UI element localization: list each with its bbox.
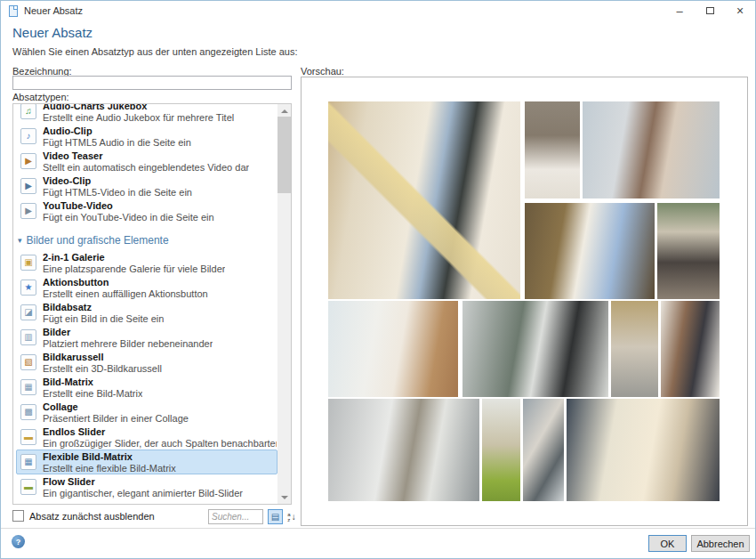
endlos-slider-icon: ▬ (20, 429, 36, 445)
section-label: Bilder und grafische Elemente (27, 234, 169, 247)
page-subtitle: Wählen Sie einen Absatztyp aus der unten… (12, 46, 297, 57)
list-item-title: 2-in-1 Galerie (43, 252, 225, 263)
page-title: Neuer Absatz (12, 25, 92, 40)
sort-arrow-icon: ↓ (292, 512, 296, 522)
list-item-desc: Fügt ein YouTube-Video in die Seite ein (43, 212, 214, 223)
vorschau-label: Vorschau: (301, 66, 344, 77)
cancel-button[interactable]: Abbrechen (691, 535, 750, 552)
list-item-title: Endlos Slider (43, 426, 277, 438)
window-title: Neuer Absatz (24, 5, 83, 16)
absatztypen-label: Absatztypen: (12, 92, 69, 102)
list-item-title: Bildkarussell (43, 352, 162, 363)
photo-man-seated-sofa (657, 203, 720, 299)
list-item-title: Bild-Matrix (43, 377, 142, 388)
bild-matrix-icon: ▦ (20, 379, 36, 395)
photo-fist-bump-desk (567, 399, 720, 501)
list-item-video-clip[interactable]: ▶ Video-ClipFügt HTML5-Video in die Seit… (16, 174, 277, 198)
list-item-title: Bildabsatz (43, 302, 164, 313)
help-icon: ? (16, 538, 21, 547)
list-item-2in1-galerie[interactable]: ▣ 2-in-1 GalerieEine platzsparende Galer… (16, 250, 277, 275)
dialog-window: Neuer Absatz – × Neuer Absatz Wählen Sie… (0, 0, 756, 559)
hide-paragraph-checkbox[interactable] (12, 510, 24, 522)
maximize-icon (706, 7, 714, 14)
list-item-desc: Ein großzügiger Slider, der auch Spalten… (43, 438, 277, 449)
list-item-desc: Fügt ein Bild in die Seite ein (43, 313, 164, 324)
list-item-bilder[interactable]: ▥ BilderPlatziert mehrere Bilder nebenei… (16, 325, 277, 350)
maximize-button[interactable] (695, 1, 725, 20)
list-item-audio-clip[interactable]: ♪ Audio-ClipFügt HTML5 Audio in die Seit… (16, 124, 277, 149)
list-item-title: Flow Slider (43, 476, 243, 488)
section-header-bilder[interactable]: ▾ Bilder und grafische Elemente (16, 231, 277, 250)
scrollbar-thumb[interactable] (277, 117, 291, 193)
ok-button[interactable]: OK (648, 535, 687, 552)
close-icon: × (736, 4, 744, 18)
list-item-desc: Platziert mehrere Bilder nebeneinander (43, 338, 213, 349)
list-item-desc: Präsentiert Bilder in einer Collage (43, 413, 189, 424)
bildabsatz-icon: ◪ (20, 304, 36, 320)
image-matrix-preview (328, 101, 720, 501)
sort-button[interactable]: az ↓ (286, 509, 298, 524)
list-item-title: Audio-Clip (43, 126, 191, 137)
list-item-title: YouTube-Video (43, 200, 214, 212)
list-item-bildabsatz[interactable]: ◪ BildabsatzFügt ein Bild in die Seite e… (16, 300, 277, 325)
list-item-desc: Erstellt eine Bild-Matrix (43, 388, 142, 399)
list-item-desc: Stellt ein automatisch eingeblendetes Vi… (43, 162, 249, 173)
photo-woman-standing (611, 301, 658, 397)
list-item-title: Video-Clip (43, 175, 192, 187)
list-item-flexible-bild-matrix-selected[interactable]: ▦ Flexible Bild-MatrixErstellt eine flex… (16, 450, 277, 474)
search-input[interactable] (208, 509, 263, 524)
video-teaser-icon: ▶ (20, 153, 36, 169)
footer-divider (1, 528, 755, 529)
minimize-icon: – (676, 4, 682, 18)
list-item-title: Bilder (43, 327, 213, 338)
photo-woman-arms-crossed (525, 101, 580, 198)
audio-clip-icon: ♪ (20, 128, 36, 144)
list-item-desc: Erstellt eine flexible Bild-Matrix (43, 463, 176, 474)
list-item-collage[interactable]: ▩ CollagePräsentiert Bilder in einer Col… (16, 400, 277, 425)
scroll-down-icon[interactable] (277, 490, 291, 504)
photo-woman-green-chair (482, 399, 520, 501)
hide-paragraph-label: Absatz zunächst ausblenden (29, 511, 155, 522)
photo-couple-tablet-office (525, 203, 655, 299)
youtube-video-icon: ▶ (20, 203, 36, 219)
list-item-desc: Eine platzsparende Galerie für viele Bil… (43, 263, 225, 274)
list-item-audio-charts-jukebox[interactable]: ♫ Audio-Charts JukeboxErstellt eine Audi… (16, 104, 277, 124)
list-item-youtube-video[interactable]: ▶ YouTube-VideoFügt ein YouTube-Video in… (16, 198, 277, 223)
scroll-up-icon[interactable] (277, 104, 291, 117)
collage-icon: ▩ (20, 404, 36, 420)
galerie-icon: ▣ (20, 255, 36, 271)
list-item-title: Video Teaser (43, 150, 249, 162)
list-item-title: Collage (43, 401, 189, 413)
document-icon (9, 5, 18, 17)
list-item-video-teaser[interactable]: ▶ Video TeaserStellt ein automatisch ein… (16, 149, 277, 174)
close-button[interactable]: × (725, 1, 755, 20)
photo-colleagues-talking (462, 301, 608, 397)
photo-woman-phone-smiling (661, 301, 720, 397)
titlebar: Neuer Absatz – × (1, 1, 755, 20)
list-item-desc: Erstellt eine Audio Jukebox für mehrere … (43, 112, 234, 123)
minimize-button[interactable]: – (664, 1, 695, 20)
list-item-title: Aktionsbutton (43, 277, 208, 288)
list-scrollbar[interactable] (277, 104, 291, 504)
collapse-triangle-icon: ▾ (18, 236, 22, 245)
list-item-desc: Fügt HTML5 Audio in die Seite ein (43, 137, 191, 148)
list-item-bild-matrix[interactable]: ▦ Bild-MatrixErstellt eine Bild-Matrix (16, 375, 277, 400)
list-item-aktionsbutton[interactable]: ★ AktionsbuttonErstellt einen auffällige… (16, 275, 277, 300)
view-mode-button[interactable]: ▤ (268, 509, 283, 524)
audio-jukebox-icon: ♫ (20, 104, 36, 119)
list-item-bildkarussell[interactable]: ▧ BildkarussellErstellt ein 3D-Bildkarus… (16, 350, 277, 375)
help-button[interactable]: ? (12, 535, 25, 548)
list-item-title: Flexible Bild-Matrix (43, 451, 176, 463)
sort-az-icon: az (287, 512, 290, 523)
list-item-endlos-slider[interactable]: ▬ Endlos SliderEin großzügiger Slider, d… (16, 425, 277, 450)
absatztypen-list: ♫ Audio-Charts JukeboxErstellt eine Audi… (12, 103, 292, 505)
photo-pair-with-tablet (523, 399, 564, 501)
video-clip-icon: ▶ (20, 178, 36, 194)
bezeichnung-input[interactable] (12, 76, 292, 90)
list-item-desc: Erstellt einen auffälligen Aktionsbutton (43, 288, 208, 299)
photo-man-office-window (328, 399, 479, 501)
list-item-flow-slider[interactable]: ▬ Flow SliderEin gigantischer, elegant a… (16, 474, 277, 499)
list-item-desc: Fügt HTML5-Video in die Seite ein (43, 187, 192, 198)
bilder-icon: ▥ (20, 329, 36, 345)
details-view-icon: ▤ (271, 512, 279, 522)
